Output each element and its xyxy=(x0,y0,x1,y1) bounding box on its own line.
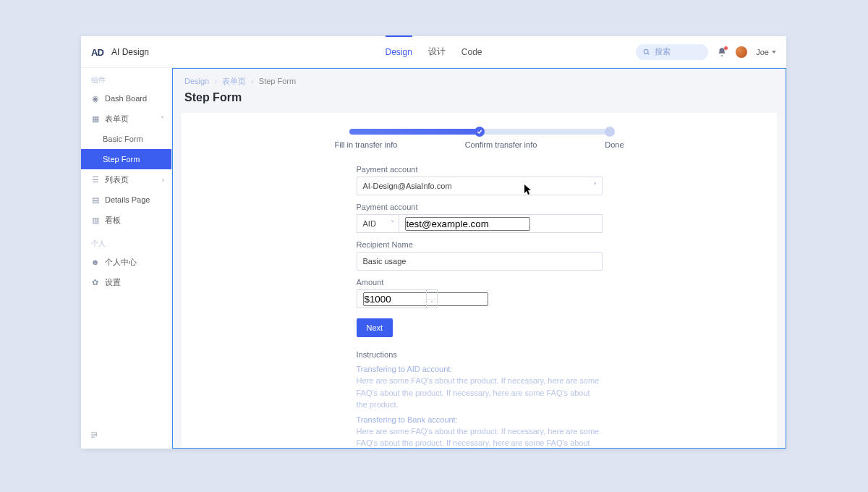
instructions-body-1: Here are some FAQ's about the product. I… xyxy=(357,375,603,411)
account-email-input-wrap xyxy=(399,214,603,233)
account-type-select[interactable]: AID ˅ xyxy=(357,214,399,233)
svg-point-0 xyxy=(644,49,649,54)
chevron-down-icon: ˅ xyxy=(161,115,164,123)
step-label-2: Confirm transfer info xyxy=(422,140,581,149)
step-progress-fill xyxy=(349,129,480,135)
shell: 组件 ◉ Dash Board ▦ 表单页 ˅ Basic Form Step … xyxy=(81,68,786,449)
step-track xyxy=(349,129,610,135)
topbar-right: 搜索 Joe xyxy=(636,44,776,60)
avatar[interactable] xyxy=(736,46,747,58)
board-icon: ▥ xyxy=(91,216,99,224)
user-icon: ☻ xyxy=(91,258,99,266)
sidebar-item-dashboard[interactable]: ◉ Dash Board xyxy=(81,88,171,109)
gear-icon: ✿ xyxy=(91,279,99,287)
brand-logo-icon: AD xyxy=(91,47,106,57)
recipient-input[interactable] xyxy=(363,257,596,266)
chevron-down-icon xyxy=(772,51,776,54)
sidebar-item-label: Details Page xyxy=(105,195,150,204)
sidebar-item-label: Basic Form xyxy=(103,135,143,143)
main-panel: Design › 表单页 › Step Form Step Form xyxy=(172,68,786,449)
sidebar-item-profile[interactable]: ☻ 个人中心 xyxy=(81,252,171,272)
step-form: Payment account AI-Design@AsiaInfo.com ˅… xyxy=(357,165,603,449)
payment-account-select[interactable]: AI-Design@AsiaInfo.com ˅ xyxy=(357,177,603,195)
page-title: Step Form xyxy=(173,90,786,113)
account-type-value: AID xyxy=(363,219,376,228)
breadcrumb-sep: › xyxy=(214,77,217,85)
check-icon xyxy=(477,129,482,135)
dashboard-icon: ◉ xyxy=(91,95,99,103)
sidebar-item-label: Step Form xyxy=(103,155,140,164)
instructions-header: Instructions xyxy=(357,350,603,359)
notifications-button[interactable] xyxy=(717,47,727,57)
next-button[interactable]: Next xyxy=(357,318,393,337)
sidebar-section-personal: 个人 xyxy=(81,236,171,252)
tab-design[interactable]: Design xyxy=(385,35,412,67)
sidebar-item-label: 设置 xyxy=(105,277,121,288)
sidebar-item-label: 表单页 xyxy=(105,114,129,124)
form-icon: ▦ xyxy=(91,115,99,123)
top-tabs: Design 设计 Code xyxy=(385,36,482,68)
account-email-input[interactable] xyxy=(405,217,530,231)
form-card: Fill in transfer info Confirm transfer i… xyxy=(182,113,777,449)
sidebar-item-label: 个人中心 xyxy=(105,257,137,268)
step-indicator: Fill in transfer info Confirm transfer i… xyxy=(349,129,610,149)
brand: AD AI Design xyxy=(91,47,149,57)
recipient-input-wrap xyxy=(357,252,603,271)
topbar: AD AI Design Design 设计 Code 搜索 Joe xyxy=(81,36,786,68)
sidebar-item-settings[interactable]: ✿ 设置 xyxy=(81,272,171,292)
instructions-body-2: Here are some FAQ's about the product. I… xyxy=(357,425,603,449)
breadcrumb-link[interactable]: 表单页 xyxy=(222,77,246,85)
search-input[interactable]: 搜索 xyxy=(636,44,708,60)
svg-line-1 xyxy=(648,53,650,54)
chevron-right-icon: › xyxy=(162,176,164,184)
step-node-current xyxy=(475,127,485,137)
instructions-subtitle-1: Transfering to AID account: xyxy=(357,365,603,373)
sidebar-item-formpage[interactable]: ▦ 表单页 ˅ xyxy=(81,109,171,129)
step-label-3: Done xyxy=(581,140,624,149)
notification-dot-icon xyxy=(724,46,728,50)
chevron-down-icon: ˅ xyxy=(593,182,597,191)
sidebar-item-kanban[interactable]: ▥ 看板 xyxy=(81,210,171,230)
sidebar-item-listpage[interactable]: ☰ 列表页 › xyxy=(81,169,171,190)
user-menu[interactable]: Joe xyxy=(756,48,776,56)
chevron-down-icon: ˅ xyxy=(391,219,395,229)
detail-icon: ▤ xyxy=(91,196,99,204)
instructions: Instructions Transfering to AID account:… xyxy=(357,350,603,449)
second-account-combo: AID ˅ xyxy=(357,214,603,233)
tab-code[interactable]: Code xyxy=(461,36,482,68)
search-placeholder: 搜索 xyxy=(655,46,671,57)
step-labels: Fill in transfer info Confirm transfer i… xyxy=(335,140,624,149)
instructions-subtitle-2: Transfering to Bank account: xyxy=(357,415,603,424)
stepper-up-button[interactable]: ˄ xyxy=(427,290,437,300)
amount-field: ˄ ˅ xyxy=(357,289,603,308)
sidebar-item-basic-form[interactable]: Basic Form xyxy=(81,129,171,149)
sidebar-item-label: Dash Board xyxy=(105,94,147,103)
brand-name: AI Design xyxy=(111,47,149,57)
breadcrumb-link[interactable]: Design xyxy=(184,77,209,85)
amount-label: Amount xyxy=(357,278,603,287)
step-node-pending xyxy=(605,127,615,137)
stepper-down-button[interactable]: ˅ xyxy=(427,300,437,308)
sidebar-item-details[interactable]: ▤ Details Page xyxy=(81,190,171,210)
payment-account-label: Payment account xyxy=(357,165,603,174)
username-label: Joe xyxy=(756,48,769,56)
breadcrumb-current: Step Form xyxy=(259,77,296,85)
sidebar: 组件 ◉ Dash Board ▦ 表单页 ˅ Basic Form Step … xyxy=(81,68,172,449)
sidebar-collapse-button[interactable] xyxy=(90,430,98,441)
payment-account-value: AI-Design@AsiaInfo.com xyxy=(363,182,452,190)
collapse-icon xyxy=(90,430,98,439)
sidebar-item-step-form[interactable]: Step Form xyxy=(81,149,171,169)
recipient-label: Recipient Name xyxy=(357,240,603,249)
sidebar-section-components: 组件 xyxy=(81,72,171,88)
amount-input-wrap xyxy=(357,289,426,308)
app-window: AD AI Design Design 设计 Code 搜索 Joe xyxy=(81,36,786,449)
breadcrumb-sep: › xyxy=(251,77,254,85)
sidebar-item-label: 列表页 xyxy=(105,174,129,185)
search-icon xyxy=(643,48,650,56)
list-icon: ☰ xyxy=(91,176,99,184)
amount-stepper: ˄ ˅ xyxy=(426,289,438,308)
step-label-1: Fill in transfer info xyxy=(335,140,422,149)
sidebar-item-label: 看板 xyxy=(105,215,121,226)
tab-sheji[interactable]: 设计 xyxy=(428,36,446,68)
second-account-label: Payment account xyxy=(357,203,603,211)
